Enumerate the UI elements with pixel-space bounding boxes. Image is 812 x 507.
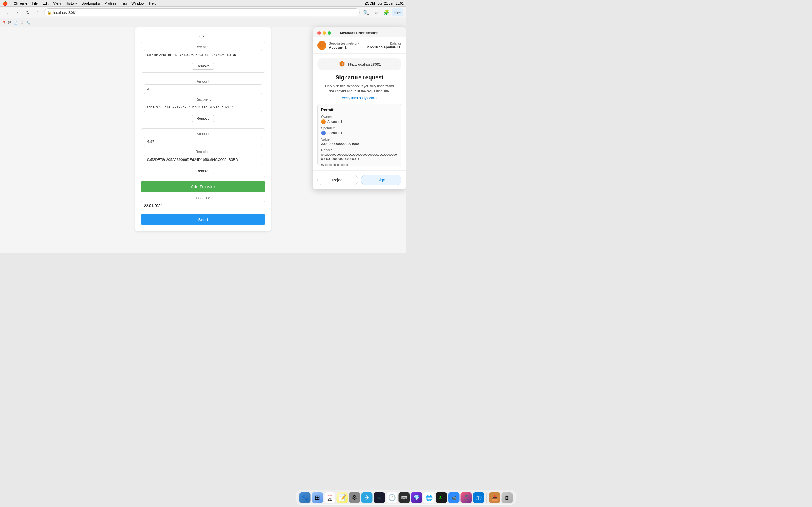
- deadline-label: Deadline: [141, 196, 265, 200]
- network-name: Sepolia test network: [329, 41, 359, 45]
- mm-body: http://localhost:8081 Signature request …: [313, 54, 406, 170]
- amount-2-group: Amount: [144, 79, 262, 94]
- recipient-2-group: Recipient: [144, 97, 262, 112]
- menu-edit[interactable]: Edit: [42, 1, 49, 5]
- mm-permit-box[interactable]: Permit Owner: Account 1 Spender: Account…: [317, 104, 402, 166]
- permit-title: Permit: [321, 108, 398, 112]
- browser-toolbar: ‹ › ↻ ⌂ 🔒 localhost:8081 🔍 ☆ 🧩 New: [0, 7, 406, 18]
- menu-history[interactable]: History: [65, 1, 77, 5]
- amount-3-input[interactable]: [144, 137, 262, 146]
- top-value: 0,98: [141, 33, 265, 40]
- mm-network-info: Sepolia test network Account 1: [329, 41, 359, 50]
- menu-bookmarks[interactable]: Bookmarks: [82, 1, 100, 5]
- mm-balance: Balance 2.65187 SepoliaETH: [367, 42, 402, 49]
- menu-profiles[interactable]: Profiles: [104, 1, 116, 5]
- recipient-1-label: Recipient: [144, 45, 262, 49]
- amount-3-label: Amount: [144, 131, 262, 136]
- permit-deadline-row: 0xffffffffffffffffffffffffffffffff...: [321, 164, 398, 166]
- back-button[interactable]: ‹: [3, 8, 11, 16]
- account-name: Account 1: [329, 45, 359, 50]
- form-container: 0,98 Recipient Remove Amount: [135, 27, 271, 231]
- mm-sign-button[interactable]: Sign: [361, 175, 402, 185]
- permit-deadline-value: 0xffffffffffffffffffffffffffffffff...: [321, 164, 398, 166]
- menu-bar: 🍎 Chrome File Edit View History Bookmark…: [0, 0, 406, 7]
- bookmark-button[interactable]: ☆: [372, 8, 380, 16]
- menu-view[interactable]: View: [53, 1, 61, 5]
- mm-window-controls: [317, 31, 331, 35]
- new-tab-button[interactable]: New: [393, 8, 403, 16]
- mm-site-url: http://localhost:8081: [348, 62, 381, 66]
- mm-actions: Reject Sign: [313, 170, 406, 189]
- mm-verify-link[interactable]: Verify third-party details: [317, 96, 402, 100]
- mm-minimize-button[interactable]: [322, 31, 326, 35]
- permit-owner-row: Owner: Account 1: [321, 115, 398, 124]
- metamask-logo: [317, 41, 326, 50]
- permit-nonce-row: Nonce: 0x0000000000000000000000000000000…: [321, 148, 398, 161]
- clock: Sun 21 Jan 11:01: [377, 1, 404, 5]
- permit-value-row: Value: 33910000000000004000: [321, 137, 398, 146]
- recipient-3-group: Recipient: [144, 150, 262, 164]
- menu-tab[interactable]: Tab: [121, 1, 127, 5]
- mm-warning-text: Only sign this message if you fully unde…: [317, 83, 402, 94]
- metamask-notification: MetaMask Notification Sepolia test netwo…: [313, 27, 406, 189]
- home-button[interactable]: ⌂: [34, 8, 42, 16]
- permit-owner-value: Account 1: [321, 119, 398, 124]
- mm-title-bar: MetaMask Notification: [313, 27, 406, 38]
- recipient-3-input[interactable]: [144, 155, 262, 164]
- url-text: localhost:8081: [53, 10, 77, 15]
- permit-spender-label: Spender:: [321, 126, 398, 130]
- remove-3-button[interactable]: Remove: [192, 168, 214, 174]
- recipient-3-label: Recipient: [144, 150, 262, 154]
- mm-network-left: Sepolia test network Account 1: [317, 41, 359, 50]
- zoom-label: ZOOM: [365, 1, 375, 5]
- recipient-1-group: Recipient: [144, 45, 262, 59]
- permit-value-label: Value:: [321, 137, 398, 142]
- mm-maximize-button[interactable]: [327, 31, 331, 35]
- permit-spender-value: Account 1: [321, 131, 398, 135]
- recipient-1-input[interactable]: [144, 50, 262, 59]
- recipient-2-input[interactable]: [144, 103, 262, 112]
- app-name[interactable]: Chrome: [13, 1, 28, 5]
- mm-site-badge: http://localhost:8081: [317, 58, 402, 70]
- transfer-group-3: Amount Recipient Remove: [141, 128, 265, 177]
- address-bar[interactable]: 🔒 localhost:8081: [44, 8, 360, 16]
- mm-close-button[interactable]: [317, 31, 321, 35]
- metamask-fox-icon: [338, 60, 346, 68]
- remove-1-button[interactable]: Remove: [192, 63, 214, 69]
- menu-bar-right: ZOOM Sun 21 Jan 11:01: [365, 1, 404, 5]
- mm-signature-title: Signature request: [317, 74, 402, 81]
- owner-account-dot: [321, 119, 326, 124]
- search-button[interactable]: 🔍: [362, 8, 370, 16]
- balance-label: Balance: [367, 42, 402, 45]
- recipient-2-label: Recipient: [144, 97, 262, 101]
- menu-help[interactable]: Help: [149, 1, 157, 5]
- deadline-input[interactable]: [141, 201, 265, 210]
- permit-owner-label: Owner:: [321, 115, 398, 119]
- mm-reject-button[interactable]: Reject: [317, 175, 358, 185]
- mm-account-header: Sepolia test network Account 1 Balance 2…: [313, 38, 406, 54]
- remove-2-button[interactable]: Remove: [192, 115, 214, 122]
- deadline-group: Deadline: [141, 196, 265, 210]
- add-transfer-button[interactable]: Add Transfer: [141, 181, 265, 192]
- balance-value: 2.65187 SepoliaETH: [367, 45, 402, 49]
- amount-2-input[interactable]: [144, 84, 262, 94]
- amount-2-label: Amount: [144, 79, 262, 83]
- extensions-button[interactable]: 🧩: [382, 8, 390, 16]
- menu-file[interactable]: File: [32, 1, 38, 5]
- bookmark-bar: 📍 🗺 📄 ⚙ 🔧: [0, 18, 406, 27]
- lock-icon: 🔒: [47, 10, 52, 15]
- spender-account-dot: [321, 131, 326, 135]
- reload-button[interactable]: ↻: [24, 8, 32, 16]
- mm-network-row: Sepolia test network Account 1 Balance 2…: [317, 41, 402, 50]
- send-button[interactable]: Send: [141, 214, 265, 225]
- recipient-group-1: Recipient Remove: [141, 42, 265, 73]
- browser-chrome: ‹ › ↻ ⌂ 🔒 localhost:8081 🔍 ☆ 🧩 New 📍 🗺 📄…: [0, 7, 406, 27]
- main-content: 0,98 Recipient Remove Amount: [0, 27, 406, 253]
- permit-nonce-value: 0x00000000000000000000000000000000000000…: [321, 153, 398, 161]
- menu-window[interactable]: Window: [132, 1, 144, 5]
- transfer-group-2: Amount Recipient Remove: [141, 76, 265, 125]
- permit-value-display: 33910000000000004000: [321, 142, 398, 146]
- apple-menu[interactable]: 🍎: [2, 1, 8, 6]
- permit-nonce-label: Nonce:: [321, 148, 398, 152]
- forward-button[interactable]: ›: [13, 8, 21, 16]
